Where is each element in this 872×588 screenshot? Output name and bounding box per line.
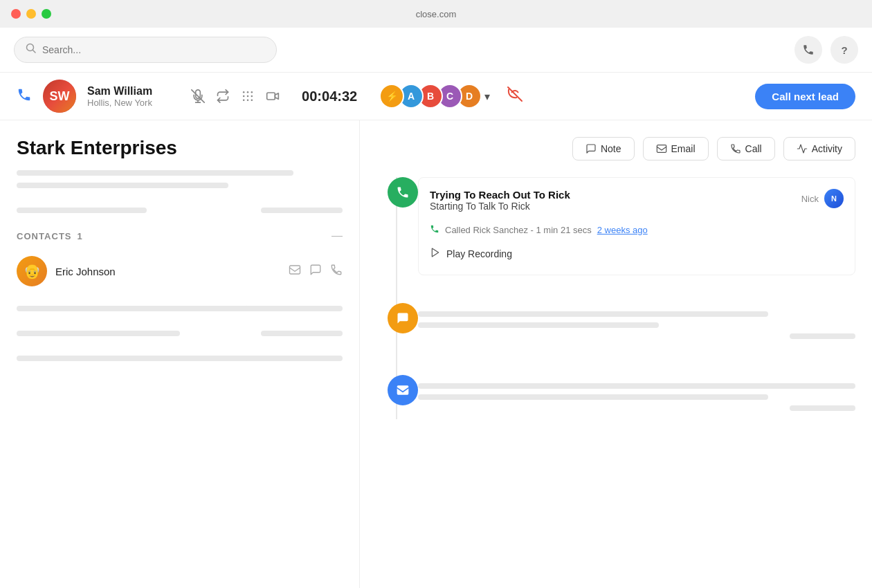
activity-title: Trying To Reach Out To Rick	[430, 189, 570, 201]
contact-avatar: 👴	[17, 256, 47, 286]
skeleton-line-4	[261, 208, 343, 213]
call-label: Call	[745, 143, 762, 154]
contact-chat-button[interactable]	[309, 264, 322, 279]
contacts-more-button[interactable]: —	[331, 230, 343, 242]
skeleton-line-3	[17, 208, 147, 213]
sk-full-1	[418, 383, 855, 389]
svg-line-1	[33, 50, 36, 53]
maximize-dot[interactable]	[42, 9, 51, 19]
window-controls	[11, 9, 51, 19]
play-icon	[430, 247, 441, 261]
contact-name: Eric Johnson	[55, 266, 280, 277]
topnav: ?	[0, 28, 872, 73]
callbar-controls	[191, 89, 280, 103]
timeline-icon-chat	[388, 303, 418, 333]
timeline-item-email	[418, 375, 855, 419]
content-area: Stark Enterprises CONTACTS 1 — 👴 Eric Jo…	[0, 120, 872, 588]
collapsed-card-email	[418, 375, 855, 419]
help-icon: ?	[841, 44, 847, 56]
team-avatars: ⚡ A B C D ▾	[379, 84, 490, 109]
call-info: Called Rick Sanchez - 1 min 21 secs	[445, 225, 592, 235]
contact-email-button[interactable]	[289, 264, 301, 279]
user-avatar: N	[824, 189, 844, 208]
svg-point-4	[247, 91, 249, 93]
caller-name: Sam William	[87, 85, 152, 98]
sk-md-1	[418, 322, 659, 328]
action-buttons: Note Email Call	[376, 137, 855, 160]
activity-button[interactable]: Activity	[783, 137, 855, 160]
play-recording-button[interactable]: Play Recording	[430, 244, 844, 264]
search-box[interactable]	[14, 37, 277, 63]
email-label: Email	[671, 143, 696, 154]
svg-point-7	[247, 95, 249, 98]
timeline: Trying To Reach Out To Rick Starting To …	[376, 177, 855, 419]
note-button[interactable]: Note	[572, 137, 635, 160]
note-label: Note	[601, 143, 621, 154]
search-input[interactable]	[42, 44, 265, 55]
video-button[interactable]	[266, 89, 280, 103]
main-container: ? SW Sam William Hollis, New York	[0, 28, 872, 588]
contacts-count: 1	[78, 231, 82, 241]
activity-time: 2 weeks ago	[597, 225, 648, 235]
activity-label: Activity	[812, 143, 842, 154]
flip-button[interactable]	[216, 89, 230, 103]
team-avatar-1: ⚡	[379, 84, 404, 109]
activity-titles: Trying To Reach Out To Rick Starting To …	[430, 189, 570, 220]
right-panel: Note Email Call	[360, 120, 872, 588]
titlebar: close.com	[0, 0, 872, 28]
mute-button[interactable]	[191, 89, 205, 103]
activity-meta-icon	[430, 224, 439, 236]
svg-rect-13	[290, 266, 300, 274]
sk6	[245, 356, 343, 361]
skeleton-line-2	[17, 183, 228, 188]
help-button[interactable]: ?	[830, 36, 858, 64]
activity-subtitle: Starting To Talk To Rick	[430, 201, 570, 212]
activity-meta: Called Rick Sanchez - 1 min 21 secs 2 we…	[430, 224, 844, 236]
svg-point-3	[243, 91, 245, 93]
sk-right-2	[790, 405, 855, 411]
svg-point-8	[251, 95, 253, 98]
svg-rect-12	[267, 93, 275, 100]
contact-icons	[289, 264, 343, 279]
svg-point-9	[243, 100, 245, 102]
active-call-icon	[17, 87, 32, 106]
sk3	[17, 331, 180, 336]
search-icon	[26, 43, 37, 57]
timeline-icon-call	[388, 177, 418, 208]
activity-card-header: Trying To Reach Out To Rick Starting To …	[430, 189, 844, 220]
svg-rect-16	[397, 385, 409, 394]
timeline-item-chat	[418, 303, 855, 347]
contact-phone-button[interactable]	[330, 264, 343, 279]
contact-item: 👴 Eric Johnson	[17, 250, 343, 292]
user-meta-name: Nick	[801, 194, 819, 204]
team-avatars-dropdown[interactable]: ▾	[484, 90, 490, 103]
sk-lg-1	[418, 311, 768, 317]
callbar: SW Sam William Hollis, New York	[0, 73, 872, 120]
svg-rect-14	[657, 145, 666, 153]
user-meta: Nick N	[801, 189, 844, 208]
email-button[interactable]: Email	[643, 137, 709, 160]
svg-point-10	[247, 100, 249, 102]
skeleton-line-1	[17, 170, 293, 176]
call-next-button[interactable]: Call next lead	[755, 84, 855, 109]
activity-card-call: Trying To Reach Out To Rick Starting To …	[418, 177, 855, 275]
sk-right-1	[790, 333, 855, 339]
minimize-dot[interactable]	[26, 9, 36, 19]
svg-point-6	[243, 95, 245, 98]
svg-point-11	[251, 100, 253, 102]
svg-marker-15	[432, 248, 438, 257]
end-call-button[interactable]	[507, 86, 523, 107]
call-button[interactable]: Call	[717, 137, 775, 160]
caller-avatar: SW	[43, 80, 76, 113]
grid-button[interactable]	[241, 89, 255, 103]
close-dot[interactable]	[11, 9, 21, 19]
phone-button[interactable]	[794, 36, 822, 64]
sk4	[261, 331, 343, 336]
url-label: close.com	[416, 9, 457, 19]
caller-info: Sam William Hollis, New York	[87, 85, 152, 108]
company-name: Stark Enterprises	[17, 137, 343, 159]
sk-lg-2	[418, 394, 768, 400]
timeline-item-call: Trying To Reach Out To Rick Starting To …	[418, 177, 855, 275]
play-recording-label: Play Recording	[446, 248, 512, 259]
contacts-actions: —	[331, 230, 343, 242]
